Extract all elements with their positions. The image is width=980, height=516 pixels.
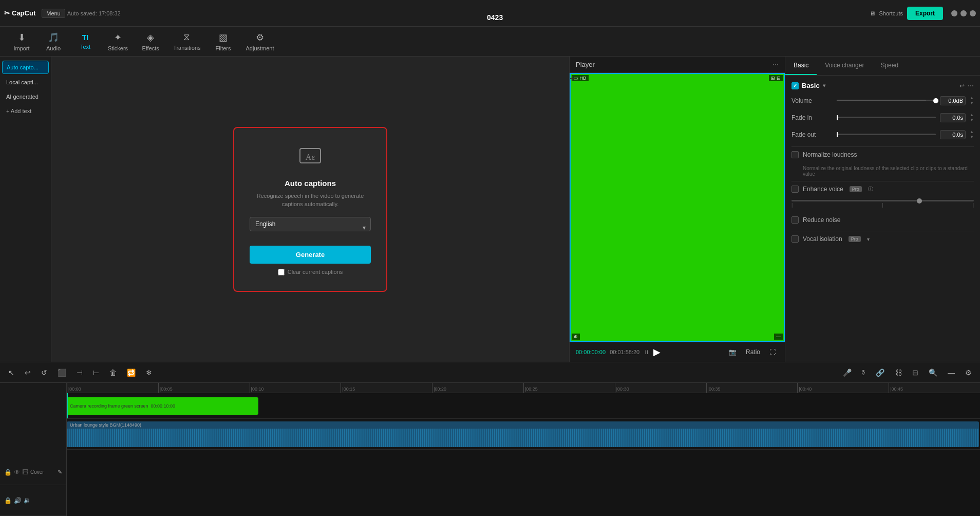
green-screen: ▭ HD ⊞ ⊟ ⊕ — + bbox=[570, 73, 785, 342]
timeline-loop[interactable]: 🔁 bbox=[123, 366, 140, 379]
timeline-content: 🔒 👁 🎞 Cover ✎ 🔒 🔊 🔉 |00:00 |00:05 |00:1 bbox=[0, 383, 980, 516]
timeline-unlink[interactable]: ⛓ bbox=[891, 366, 906, 379]
audio-speaker-icon[interactable]: 🔊 bbox=[14, 497, 22, 504]
toolbar-import-label: Import bbox=[13, 45, 29, 51]
player-menu-icon[interactable]: ⋯ bbox=[772, 61, 779, 68]
volume-down[interactable]: ▼ bbox=[970, 101, 974, 105]
fade-out-slider[interactable] bbox=[837, 134, 936, 135]
screenshot-button[interactable]: 📷 bbox=[726, 347, 740, 357]
record-audio[interactable]: 🎤 bbox=[839, 366, 856, 379]
timeline-freeze[interactable]: ❄ bbox=[142, 366, 156, 379]
timeline-toolbar: ↖ ↩ ↺ ⬛ ⊣ ⊢ 🗑 🔁 ❄ 🎤 ⧲ 🔗 ⛓ ⊟ 🔍 — ⚙ bbox=[0, 362, 980, 383]
toolbar-adjustment[interactable]: ⚙ Adjustment bbox=[240, 29, 280, 54]
ruler-mark-label-9: |00:45 bbox=[890, 386, 903, 392]
sidebar-auto-caption[interactable]: Auto capto... bbox=[2, 61, 49, 74]
normalize-checkbox[interactable] bbox=[791, 151, 799, 158]
fade-in-down[interactable]: ▼ bbox=[970, 118, 974, 122]
audio-clip-label: Urban lounge style BGM(1148490) bbox=[67, 421, 979, 429]
toolbar-adjustment-label: Adjustment bbox=[246, 45, 274, 51]
toolbar-effects[interactable]: ◈ Effects bbox=[135, 29, 166, 54]
audio-clip[interactable]: Urban lounge style BGM(1148490) bbox=[67, 421, 979, 447]
volume-up[interactable]: ▲ bbox=[970, 96, 974, 100]
vocal-isolation-checkbox[interactable] bbox=[791, 235, 799, 243]
timeline-split[interactable]: ⬛ bbox=[53, 366, 70, 379]
info-icon[interactable]: ⋯ bbox=[968, 82, 974, 89]
edit-cover-icon[interactable]: ✎ bbox=[58, 469, 62, 475]
volume-value: 0.0dB bbox=[940, 96, 966, 105]
enhance-voice-label: Enhance voice bbox=[803, 186, 843, 193]
timeline-link[interactable]: 🔗 bbox=[872, 366, 889, 379]
timeline-trim-right[interactable]: ⊢ bbox=[89, 366, 103, 379]
fade-in-spinners: ▲ ▼ bbox=[970, 113, 974, 122]
film-icon[interactable]: 🎞 bbox=[22, 469, 28, 476]
basic-section-title: Basic ▾ bbox=[791, 82, 825, 89]
video-clip[interactable]: Camera recording frame green screen 00:0… bbox=[67, 397, 258, 415]
ratio-button[interactable]: Ratio bbox=[743, 347, 763, 357]
tab-basic[interactable]: Basic bbox=[785, 57, 817, 75]
toolbar-stickers[interactable]: ✦ Stickers bbox=[102, 29, 134, 54]
timeline-zoom-in[interactable]: — bbox=[944, 366, 959, 379]
lock-icon[interactable]: 🔒 bbox=[4, 469, 12, 476]
sidebar-add-text[interactable]: + Add text bbox=[2, 105, 49, 117]
import-icon: ⬇ bbox=[18, 32, 26, 43]
toolbar-import[interactable]: ⬇ Import bbox=[6, 29, 37, 54]
audio-lock-icon[interactable]: 🔒 bbox=[4, 497, 12, 504]
timeline-trim-left[interactable]: ⊣ bbox=[72, 366, 87, 379]
audio-track-label: 🔒 🔊 🔉 bbox=[0, 485, 66, 516]
enhance-voice-row: Enhance voice Pro ⓘ bbox=[791, 186, 974, 193]
toolbar-transitions[interactable]: ⧖ Transitions bbox=[167, 29, 206, 54]
dialog-area: Aε Auto captions Recognize speech in the… bbox=[51, 57, 569, 362]
export-button[interactable]: Export bbox=[907, 7, 943, 20]
timeline-align[interactable]: ⊟ bbox=[908, 366, 922, 379]
clear-captions-checkbox[interactable]: Clear current captions bbox=[250, 269, 371, 275]
ruler-mark-0: |00:00 bbox=[67, 383, 158, 393]
fade-out-up[interactable]: ▲ bbox=[970, 130, 974, 134]
fullscreen-button[interactable]: ⛶ bbox=[766, 347, 779, 357]
transitions-icon: ⧖ bbox=[183, 32, 190, 43]
undo-icon[interactable]: ↩ bbox=[959, 82, 965, 89]
pause-icon[interactable]: ⏸ bbox=[644, 349, 649, 355]
fade-out-down[interactable]: ▼ bbox=[970, 135, 974, 139]
timeline-undo[interactable]: ↩ bbox=[21, 366, 35, 379]
toolbar-audio[interactable]: 🎵 Audio bbox=[38, 29, 69, 54]
clear-captions-input[interactable] bbox=[278, 269, 285, 275]
language-select[interactable]: English Chinese Spanish French German bbox=[250, 217, 371, 231]
generate-button[interactable]: Generate bbox=[250, 246, 371, 264]
timeline-settings[interactable]: ⚙ bbox=[961, 366, 976, 379]
fade-in-slider[interactable] bbox=[837, 117, 936, 118]
timeline-zoom-out[interactable]: 🔍 bbox=[925, 366, 941, 379]
reduce-noise-row: Reduce noise bbox=[791, 216, 974, 224]
fade-in-up[interactable]: ▲ bbox=[970, 113, 974, 117]
ruler-mark-label-6: |00:30 bbox=[616, 386, 629, 392]
sidebar-local-caption[interactable]: Local capti... bbox=[2, 76, 49, 88]
timeline-select-tool[interactable]: ↖ bbox=[4, 366, 18, 379]
autosave-text: Auto saved: 17:08:32 bbox=[67, 10, 121, 16]
timeline-delete[interactable]: 🗑 bbox=[105, 366, 121, 379]
audio-mute-icon[interactable]: 🔉 bbox=[24, 497, 31, 504]
minimize-button[interactable] bbox=[951, 10, 957, 16]
timeline-redo[interactable]: ↺ bbox=[37, 366, 51, 379]
toolbar-text[interactable]: TI Text bbox=[70, 30, 101, 53]
sidebar-ai-generated[interactable]: AI generated bbox=[2, 90, 49, 103]
timeline-magnet[interactable]: ⧲ bbox=[858, 366, 870, 379]
ruler-mark-6: |00:30 bbox=[615, 383, 706, 393]
ruler-spacer bbox=[0, 449, 66, 459]
tab-voice-changer[interactable]: Voice changer bbox=[817, 57, 872, 75]
shortcuts-button[interactable]: Shortcuts bbox=[879, 10, 903, 16]
reduce-noise-checkbox[interactable] bbox=[791, 216, 799, 224]
fade-out-row: Fade out 0.0s ▲ ▼ bbox=[791, 130, 974, 139]
play-button[interactable]: ▶ bbox=[653, 346, 661, 358]
add-element-icon[interactable]: + bbox=[570, 73, 576, 85]
volume-slider[interactable] bbox=[837, 100, 936, 101]
ruler-mark-label-3: |00:15 bbox=[342, 386, 355, 392]
close-button[interactable] bbox=[970, 10, 976, 16]
slider-max: | bbox=[973, 202, 974, 208]
toolbar-filters[interactable]: ▧ Filters bbox=[208, 29, 239, 54]
enhance-voice-checkbox[interactable] bbox=[791, 186, 799, 193]
enhance-voice-slider[interactable]: | | | bbox=[791, 200, 974, 201]
tab-speed[interactable]: Speed bbox=[872, 57, 907, 75]
maximize-button[interactable] bbox=[960, 10, 967, 16]
eye-icon[interactable]: 👁 bbox=[14, 469, 20, 476]
menu-button[interactable]: Menu bbox=[42, 9, 65, 18]
basic-checkbox[interactable] bbox=[791, 82, 799, 89]
